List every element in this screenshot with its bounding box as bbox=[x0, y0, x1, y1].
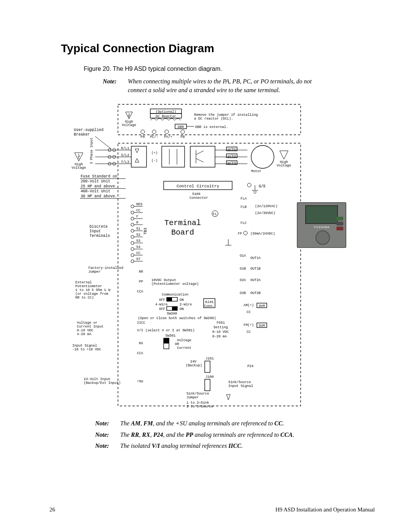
svg-text:Control Circuitry: Control Circuitry bbox=[177, 184, 220, 189]
svg-line-16 bbox=[95, 136, 111, 149]
svg-text:CC: CC bbox=[136, 209, 140, 212]
svg-text:(-): (-) bbox=[151, 159, 158, 163]
svg-text:0-20 mA: 0-20 mA bbox=[212, 335, 227, 339]
svg-text:Terminal: Terminal bbox=[164, 219, 201, 227]
svg-text:DC Reactor: DC Reactor bbox=[156, 115, 176, 118]
svg-text:CC: CC bbox=[247, 310, 251, 314]
svg-text:(Potentiometer voltage): (Potentiometer voltage) bbox=[151, 282, 199, 286]
svg-text:RR to CC): RR to CC) bbox=[75, 296, 94, 300]
svg-point-108 bbox=[131, 254, 134, 257]
svg-text:O1A: O1A bbox=[240, 254, 246, 258]
svg-text:FLB: FLB bbox=[241, 205, 247, 209]
svg-point-84 bbox=[131, 205, 134, 208]
svg-rect-1 bbox=[118, 143, 301, 406]
svg-point-71 bbox=[247, 183, 251, 187]
svg-text:PC/-: PC/- bbox=[150, 135, 158, 139]
svg-rect-155 bbox=[172, 307, 177, 310]
svg-text:U/T1: U/T1 bbox=[228, 148, 236, 152]
svg-text:(2A/120VAC): (2A/120VAC) bbox=[255, 204, 277, 208]
keypad-brand: TOSHIBA bbox=[314, 225, 330, 229]
svg-rect-149 bbox=[167, 297, 172, 301]
keypad-photo: TOSHIBA bbox=[297, 202, 346, 248]
svg-text:Terminals: Terminals bbox=[89, 234, 110, 238]
svg-text:S3: S3 bbox=[136, 239, 140, 243]
svg-text:CC: CC bbox=[247, 330, 251, 334]
svg-point-105 bbox=[131, 248, 134, 251]
run-button-icon bbox=[336, 217, 343, 220]
svg-text:Discrete: Discrete bbox=[89, 225, 108, 229]
page-title: Typical Connection Diagram bbox=[61, 42, 375, 55]
svg-text:ON: ON bbox=[180, 298, 184, 302]
svg-rect-196 bbox=[205, 379, 210, 391]
svg-text:FP: FP bbox=[238, 232, 242, 236]
svg-text:(Backup/Ext Input): (Backup/Ext Input) bbox=[84, 381, 121, 385]
svg-text:AM(+): AM(+) bbox=[244, 304, 254, 307]
svg-point-93 bbox=[131, 223, 134, 226]
svg-point-111 bbox=[131, 260, 134, 263]
svg-text:CCA: CCA bbox=[137, 351, 143, 355]
svg-text:1 to 2=Sink: 1 to 2=Sink bbox=[186, 401, 209, 405]
svg-text:R/L1: R/L1 bbox=[121, 147, 129, 150]
svg-text:OUT2B: OUT2B bbox=[250, 291, 261, 295]
svg-point-102 bbox=[131, 241, 134, 244]
svg-text:(select V or I at SW301): (select V or I at SW301) bbox=[145, 329, 195, 332]
svg-text:Potentiometer: Potentiometer bbox=[75, 284, 102, 288]
svg-text:Motor: Motor bbox=[251, 169, 261, 173]
svg-text:PB: PB bbox=[181, 135, 185, 139]
svg-text:400-Volt Unit: 400-Volt Unit bbox=[81, 189, 110, 193]
svg-text:ON: ON bbox=[180, 307, 184, 311]
svg-text:Fuse Standard on: Fuse Standard on bbox=[81, 174, 117, 179]
svg-text:F: F bbox=[136, 215, 138, 219]
svg-point-87 bbox=[131, 211, 134, 214]
svg-text:3 Phase Input: 3 Phase Input bbox=[90, 137, 94, 164]
svg-rect-40 bbox=[131, 146, 147, 167]
svg-text:F681: F681 bbox=[217, 321, 225, 325]
bottom-notes: Note: The AM, FM, and the +SU analog ter… bbox=[95, 419, 375, 450]
mode-button-icon bbox=[336, 222, 343, 225]
stop-button-icon bbox=[336, 227, 343, 230]
svg-text:Jumper: Jumper bbox=[186, 396, 199, 399]
svg-text:OUT1A: OUT1A bbox=[250, 256, 261, 260]
svg-text:Voltage or: Voltage or bbox=[77, 321, 97, 325]
svg-text:Voltage: Voltage bbox=[177, 339, 191, 342]
svg-text:DVM: DVM bbox=[259, 304, 265, 308]
svg-text:FM(+): FM(+) bbox=[244, 323, 254, 327]
svg-text:User-supplied: User-supplied bbox=[74, 128, 104, 132]
svg-text:Conn.: Conn. bbox=[204, 304, 214, 308]
manual-title: H9 ASD Installation and Operation Manual bbox=[276, 506, 375, 513]
svg-text:Voltage: Voltage bbox=[122, 123, 136, 127]
note-am-fm-su: Note: The AM, FM, and the +SU analog ter… bbox=[95, 419, 375, 428]
svg-text:1 to 10 k Ohm ¼ W: 1 to 10 k Ohm ¼ W bbox=[75, 288, 110, 292]
svg-text:Voltage: Voltage bbox=[72, 166, 86, 170]
svg-text:Remove the jumper if installin: Remove the jumper if installing bbox=[194, 113, 258, 117]
svg-text:ST: ST bbox=[136, 257, 140, 261]
svg-text:V/I: V/I bbox=[137, 329, 143, 332]
svg-text:Board: Board bbox=[171, 228, 194, 237]
svg-point-17 bbox=[141, 130, 145, 134]
svg-text:FLA: FLA bbox=[241, 197, 247, 201]
svg-text:10VDC Output: 10VDC Output bbox=[151, 278, 176, 282]
svg-text:200-Volt Unit: 200-Volt Unit bbox=[81, 179, 110, 184]
svg-point-90 bbox=[131, 217, 134, 220]
svg-text:RJ45: RJ45 bbox=[205, 300, 213, 304]
svg-text:P24: P24 bbox=[247, 364, 253, 368]
keypad-screen bbox=[305, 205, 338, 224]
svg-point-56 bbox=[251, 145, 274, 168]
keypad-dial-icon bbox=[315, 230, 330, 245]
svg-text:RR: RR bbox=[139, 270, 143, 274]
svg-text:PP: PP bbox=[139, 280, 143, 284]
note-vi-iicc: Note: The isolated V/I analog terminal r… bbox=[95, 441, 375, 450]
svg-text:24V: 24V bbox=[190, 360, 197, 364]
svg-point-122 bbox=[244, 231, 247, 235]
svg-text:P0: P0 bbox=[141, 135, 145, 139]
svg-text:S106: S106 bbox=[192, 192, 201, 196]
svg-rect-175 bbox=[164, 338, 169, 343]
svg-text:-10 to +10 VDC: -10 to +10 VDC bbox=[72, 348, 101, 351]
svg-text:SW200: SW200 bbox=[167, 312, 177, 316]
svg-text:Setting: Setting bbox=[213, 326, 228, 329]
svg-text:FL: FL bbox=[213, 212, 217, 216]
svg-text:TB3: TB3 bbox=[143, 228, 148, 235]
svg-text:Voltage: Voltage bbox=[277, 164, 291, 168]
svg-text:Current Input: Current Input bbox=[77, 325, 104, 329]
svg-point-96 bbox=[131, 229, 134, 232]
